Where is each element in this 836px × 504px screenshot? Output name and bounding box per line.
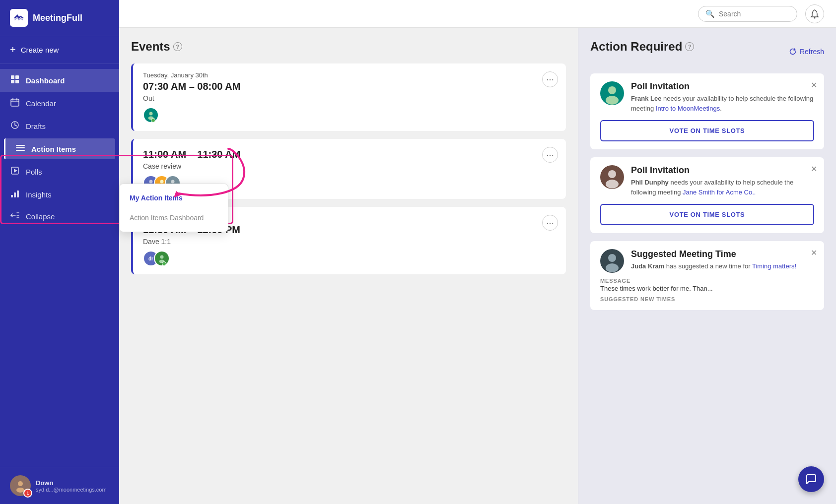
event-menu-button[interactable]: ⋯ bbox=[542, 71, 558, 87]
action-avatar bbox=[600, 81, 624, 105]
sidebar-item-action-items[interactable]: Action Items bbox=[4, 138, 115, 159]
action-desc: Phil Dunphy needs your availability to h… bbox=[631, 178, 814, 197]
svg-rect-0 bbox=[11, 75, 14, 79]
event-menu-button[interactable]: ⋯ bbox=[542, 215, 558, 231]
action-required-title-text: Action Required bbox=[590, 40, 682, 54]
action-card-suggested: Suggested Meeting Time Juda Kram has sug… bbox=[590, 241, 824, 310]
refresh-label: Refresh bbox=[800, 48, 824, 56]
svg-rect-2 bbox=[11, 80, 14, 83]
action-required-title: Action Required ? bbox=[590, 40, 694, 54]
events-panel: Events ? Tuesday, January 30th 07:30 AM … bbox=[119, 28, 578, 504]
search-icon: 🔍 bbox=[705, 9, 715, 18]
svg-point-34 bbox=[160, 180, 164, 184]
user-info: Down syd.d...@moonmeetings.com bbox=[36, 479, 107, 493]
svg-point-37 bbox=[171, 180, 175, 184]
drafts-icon bbox=[10, 121, 20, 131]
insights-icon bbox=[10, 189, 20, 200]
message-text: These times work better for me. Than... bbox=[600, 285, 814, 292]
message-label: MESSAGE bbox=[600, 278, 814, 284]
logo: MeetingFull bbox=[0, 0, 119, 36]
action-type: Poll Invitation bbox=[631, 81, 814, 92]
collapse-label: Collapse bbox=[26, 212, 55, 221]
svg-rect-4 bbox=[11, 99, 19, 106]
dropdown-menu: My Action Items Action Items Dashboard bbox=[119, 184, 228, 232]
user-name: Down bbox=[36, 479, 107, 487]
insights-label: Insights bbox=[26, 190, 52, 199]
svg-point-31 bbox=[149, 180, 153, 184]
action-card-poll-1: Poll Invitation Frank Lee needs your ava… bbox=[590, 73, 824, 149]
svg-point-46 bbox=[608, 170, 616, 178]
vote-time-slots-button-1[interactable]: VOTE ON TIME SLOTS bbox=[600, 120, 814, 141]
sidebar: MeetingFull + Create new Dashboard bbox=[0, 0, 119, 504]
dropdown-item-my-action-items[interactable]: My Action Items bbox=[120, 188, 228, 208]
close-button-suggested[interactable]: ✕ bbox=[811, 248, 817, 257]
event-date: Tuesday, January 30th bbox=[143, 71, 556, 79]
event-avatars: dr bbox=[143, 251, 556, 266]
action-desc-pre: has suggested a new time for bbox=[664, 262, 752, 270]
action-type: Poll Invitation bbox=[631, 165, 814, 176]
chat-button[interactable] bbox=[798, 466, 824, 492]
sidebar-item-dashboard[interactable]: Dashboard bbox=[0, 69, 119, 92]
user-profile: 1 Down syd.d...@moonmeetings.com bbox=[10, 475, 109, 496]
notification-button[interactable] bbox=[805, 4, 824, 23]
dashboard-icon bbox=[10, 75, 20, 86]
svg-point-28 bbox=[149, 112, 153, 116]
search-input[interactable] bbox=[719, 10, 788, 18]
svg-rect-3 bbox=[15, 80, 19, 83]
avatar-wrapper bbox=[143, 107, 156, 123]
sidebar-item-drafts[interactable]: Drafts bbox=[0, 115, 119, 137]
action-desc: Juda Kram has suggested a new time for T… bbox=[631, 261, 796, 271]
action-required-info-icon[interactable]: ? bbox=[685, 42, 694, 51]
plus-icon: + bbox=[10, 44, 16, 56]
create-new-label: Create new bbox=[21, 46, 59, 54]
collapse-icon bbox=[10, 212, 20, 221]
calendar-icon bbox=[10, 98, 20, 109]
drafts-label: Drafts bbox=[26, 122, 46, 130]
event-card: Tuesday, January 30th 07:30 AM – 08:00 A… bbox=[131, 63, 566, 131]
action-link[interactable]: Jane Smith for Acme Co.. bbox=[683, 189, 756, 196]
svg-point-50 bbox=[606, 263, 619, 272]
close-button-2[interactable]: ✕ bbox=[811, 164, 817, 174]
action-link[interactable]: Intro to MoonMeetings bbox=[656, 105, 720, 112]
svg-point-26 bbox=[814, 17, 816, 18]
svg-point-47 bbox=[606, 180, 619, 189]
dropdown-item-dashboard[interactable]: Action Items Dashboard bbox=[120, 208, 228, 228]
event-time: 07:30 AM – 08:00 AM bbox=[143, 81, 556, 92]
create-new-button[interactable]: + Create new bbox=[0, 36, 119, 64]
svg-point-43 bbox=[608, 86, 616, 94]
search-box[interactable]: 🔍 bbox=[698, 6, 797, 22]
polls-icon bbox=[10, 166, 20, 177]
action-desc-post: . bbox=[720, 105, 722, 112]
refresh-button[interactable]: Refresh bbox=[789, 48, 824, 56]
svg-point-49 bbox=[608, 254, 616, 262]
action-card-poll-2: Poll Invitation Phil Dunphy needs your a… bbox=[590, 157, 824, 233]
avatar-container: 1 bbox=[10, 475, 31, 496]
collapse-button[interactable]: Collapse bbox=[0, 206, 119, 227]
svg-rect-18 bbox=[17, 190, 19, 197]
action-link[interactable]: Timing matters! bbox=[752, 262, 796, 270]
polls-label: Polls bbox=[26, 168, 42, 176]
action-card-body: Poll Invitation Phil Dunphy needs your a… bbox=[631, 165, 814, 197]
vote-time-slots-button-2[interactable]: VOTE ON TIME SLOTS bbox=[600, 204, 814, 225]
events-title: Events ? bbox=[131, 40, 566, 54]
user-email: syd.d...@moonmeetings.com bbox=[36, 487, 107, 493]
action-from: Frank Lee bbox=[631, 95, 661, 102]
svg-line-10 bbox=[15, 125, 17, 126]
sidebar-item-calendar[interactable]: Calendar bbox=[0, 92, 119, 115]
action-required-panel: Action Required ? Refresh bbox=[578, 28, 836, 504]
action-from: Phil Dunphy bbox=[631, 179, 669, 186]
event-time: 11:00 AM – 11:30 AM bbox=[143, 149, 556, 160]
status-dot bbox=[151, 118, 155, 123]
action-type: Suggested Meeting Time bbox=[631, 249, 796, 259]
status-dot bbox=[162, 261, 166, 266]
sidebar-item-insights[interactable]: Insights bbox=[0, 183, 119, 206]
event-avatars bbox=[143, 107, 556, 123]
action-card-header: Suggested Meeting Time Juda Kram has sug… bbox=[600, 249, 814, 273]
sidebar-item-polls[interactable]: Polls bbox=[0, 160, 119, 183]
svg-point-40 bbox=[160, 255, 164, 259]
svg-rect-17 bbox=[14, 192, 16, 197]
event-menu-button[interactable]: ⋯ bbox=[542, 147, 558, 163]
events-info-icon[interactable]: ? bbox=[173, 42, 182, 51]
action-desc: Frank Lee needs your availability to hel… bbox=[631, 94, 814, 113]
close-button-1[interactable]: ✕ bbox=[811, 80, 817, 90]
